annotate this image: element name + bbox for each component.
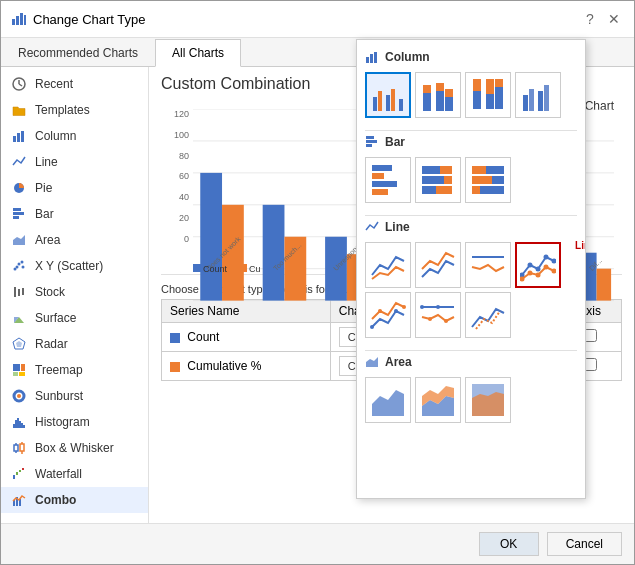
chart-btn-line[interactable] (365, 242, 411, 288)
chart-btn-100pct-bar[interactable] (465, 157, 511, 203)
bar-chart-icons (365, 153, 577, 207)
svg-rect-92 (495, 79, 503, 87)
svg-marker-14 (13, 235, 25, 245)
series-label-count: Count (187, 330, 219, 344)
svg-rect-30 (19, 372, 25, 376)
clustered-col-svg (370, 77, 406, 113)
line-chart-icons: Line with Marker (365, 238, 577, 342)
stacked-col-svg (420, 77, 456, 113)
category-bar-icon (365, 135, 379, 149)
tab-recommended[interactable]: Recommended Charts (1, 39, 155, 67)
svg-rect-3 (24, 15, 26, 25)
sidebar-item-xy[interactable]: X Y (Scatter) (1, 253, 148, 279)
svg-rect-90 (486, 79, 494, 94)
chart-btn-area[interactable] (365, 377, 411, 423)
chart-btn-line-marker[interactable]: Line with Marker (515, 242, 561, 288)
chart-btn-stacked-col[interactable] (415, 72, 461, 118)
category-column: Column (357, 40, 585, 124)
clustered-bar-svg (370, 162, 406, 198)
sidebar-item-combo[interactable]: Combo (1, 487, 148, 513)
chart-btn-stacked-line-marker[interactable] (365, 292, 411, 338)
sidebar-item-treemap[interactable]: Treemap (1, 357, 148, 383)
sidebar-item-radar[interactable]: Radar (1, 331, 148, 357)
category-line-icon (365, 220, 379, 234)
category-area: Area (357, 344, 585, 429)
sidebar-item-treemap-label: Treemap (35, 363, 83, 377)
category-bar-label: Bar (365, 130, 577, 153)
svg-marker-26 (16, 341, 22, 347)
sidebar-item-sunburst[interactable]: Sunburst (1, 383, 148, 409)
category-area-label: Area (365, 350, 577, 373)
svg-rect-13 (13, 216, 19, 219)
series-color-cumulative (170, 362, 180, 372)
svg-marker-135 (372, 390, 404, 416)
svg-rect-106 (422, 176, 444, 184)
chart-btn-stacked-bar[interactable] (415, 157, 461, 203)
treemap-chart-icon (11, 362, 27, 378)
series-name-count: Count (162, 323, 331, 352)
chart-legend: Count Cu (193, 264, 261, 274)
svg-rect-115 (472, 186, 480, 194)
chart-btn-clustered-col[interactable] (365, 72, 411, 118)
svg-point-129 (402, 305, 406, 309)
chart-btn-100pct-line-marker[interactable] (415, 292, 461, 338)
chart-btn-clustered-bar[interactable] (365, 157, 411, 203)
tab-all-charts[interactable]: All Charts (155, 39, 241, 67)
svg-rect-105 (440, 166, 452, 174)
svg-rect-46 (16, 472, 18, 475)
y-axis: 120 100 80 60 40 20 0 (161, 109, 191, 244)
svg-rect-75 (374, 52, 377, 63)
bar-chart-icon (11, 206, 27, 222)
svg-rect-2 (20, 13, 23, 25)
100pct-area-svg (470, 382, 506, 418)
3d-line-svg (470, 297, 506, 333)
svg-marker-134 (366, 357, 378, 367)
sidebar-item-stock[interactable]: Stock (1, 279, 148, 305)
chart-btn-3d-line[interactable] (465, 292, 511, 338)
help-button[interactable]: ? (580, 9, 600, 29)
svg-point-124 (544, 265, 549, 270)
sidebar-item-pie-label: Pie (35, 181, 52, 195)
svg-point-127 (394, 309, 398, 313)
svg-rect-0 (12, 19, 15, 25)
chart-btn-stacked-line[interactable] (415, 242, 461, 288)
ok-button[interactable]: OK (479, 532, 539, 556)
sidebar-item-waterfall[interactable]: Waterfall (1, 461, 148, 487)
sidebar-item-surface[interactable]: Surface (1, 305, 148, 331)
sidebar-item-line[interactable]: Line (1, 149, 148, 175)
chart-btn-stacked-area[interactable] (415, 377, 461, 423)
sidebar: Recent Templates Column Line (1, 67, 149, 523)
chart-btn-3d-clustered-col[interactable] (515, 72, 561, 118)
chart-btn-100pct-col[interactable] (465, 72, 511, 118)
svg-rect-34 (15, 420, 17, 428)
100pct-line-marker-svg (420, 297, 456, 333)
surface-chart-icon (11, 310, 27, 326)
title-bar-left: Change Chart Type (11, 11, 146, 27)
sidebar-item-box-label: Box & Whisker (35, 441, 114, 455)
svg-rect-11 (13, 208, 21, 211)
scatter-chart-icon (11, 258, 27, 274)
svg-point-132 (428, 317, 432, 321)
cancel-button[interactable]: Cancel (547, 532, 622, 556)
svg-rect-113 (472, 176, 492, 184)
sidebar-item-histogram[interactable]: Histogram (1, 409, 148, 435)
category-line: Line (357, 209, 585, 344)
chart-btn-100pct-line[interactable] (465, 242, 511, 288)
svg-rect-86 (445, 89, 453, 97)
category-column-label: Column (365, 46, 577, 68)
sidebar-item-bar[interactable]: Bar (1, 201, 148, 227)
stacked-line-marker-svg (370, 297, 406, 333)
sidebar-item-column[interactable]: Column (1, 123, 148, 149)
sidebar-item-xy-label: X Y (Scatter) (35, 259, 103, 273)
svg-point-118 (536, 267, 541, 272)
sidebar-item-box[interactable]: Box & Whisker (1, 435, 148, 461)
svg-rect-33 (13, 424, 15, 428)
category-line-label: Line (365, 215, 577, 238)
close-button[interactable]: ✕ (604, 9, 624, 29)
svg-rect-12 (13, 212, 24, 215)
sidebar-item-recent[interactable]: Recent (1, 71, 148, 97)
chart-btn-100pct-area[interactable] (465, 377, 511, 423)
sidebar-item-pie[interactable]: Pie (1, 175, 148, 201)
sidebar-item-area[interactable]: Area (1, 227, 148, 253)
sidebar-item-templates[interactable]: Templates (1, 97, 148, 123)
